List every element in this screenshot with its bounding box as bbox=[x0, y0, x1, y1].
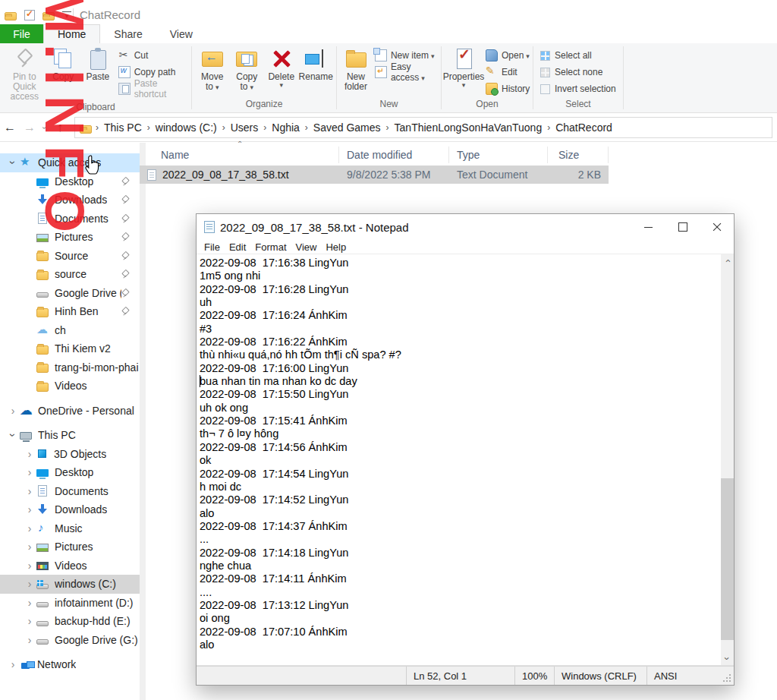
address-bar: ← → ↑ This PCwindows (C:)UsersNghiaSaved… bbox=[0, 114, 777, 142]
breadcrumb-segment-tanthienlongsonhavantuong[interactable]: TanThienLongSonHaVanTuong bbox=[392, 121, 546, 134]
folder-icon bbox=[36, 271, 49, 280]
chevron-right-icon[interactable] bbox=[23, 634, 36, 646]
menu-view[interactable]: View bbox=[291, 241, 322, 253]
chevron-down-icon[interactable] bbox=[6, 429, 20, 441]
breadcrumb-segment-chatrecord[interactable]: ChatRecord bbox=[552, 121, 615, 134]
menu-edit[interactable]: Edit bbox=[225, 241, 250, 253]
chevron-right-icon[interactable] bbox=[23, 541, 36, 553]
sidebar-item-network[interactable]: Network bbox=[0, 655, 140, 674]
column-header-name[interactable]: Name bbox=[140, 147, 339, 163]
invert-selection-button[interactable]: Invert selection bbox=[536, 80, 619, 97]
chevron-right-icon[interactable] bbox=[23, 466, 36, 478]
menu-file[interactable]: File bbox=[200, 241, 225, 253]
open-button[interactable]: Open bbox=[483, 47, 533, 64]
chevron-right-icon[interactable] bbox=[23, 522, 36, 534]
minimize-button[interactable] bbox=[631, 214, 665, 240]
paste-shortcut-button[interactable]: Paste shortcut bbox=[115, 80, 188, 97]
sidebar-item-this-pc[interactable]: This PC bbox=[0, 426, 140, 445]
scrollbar-thumb[interactable] bbox=[721, 478, 734, 640]
breadcrumb-segment-users[interactable]: Users bbox=[228, 121, 262, 134]
breadcrumb-segment-this-pc[interactable]: This PC bbox=[101, 121, 145, 134]
sidebar-item-infotainment-d[interactable]: infotainment (D:) bbox=[0, 594, 140, 613]
sidebar-item-label: Pictures bbox=[55, 541, 93, 553]
maximize-button[interactable] bbox=[665, 214, 700, 240]
sidebar-item-trang-bi-mon-phai[interactable]: trang-bi-mon-phai bbox=[0, 358, 140, 377]
notepad-text-line: 2022-09-08 17:14:18 LingYun bbox=[200, 547, 719, 560]
menu-format[interactable]: Format bbox=[250, 241, 291, 253]
chevron-right-icon[interactable] bbox=[23, 615, 36, 627]
edit-button[interactable]: Edit bbox=[483, 64, 533, 80]
close-button[interactable] bbox=[700, 214, 734, 240]
sidebar-item-label: Desktop bbox=[55, 466, 93, 478]
move-to-button[interactable]: Move to bbox=[195, 46, 230, 93]
notepad-scrollbar[interactable] bbox=[721, 254, 734, 665]
sidebar-item-hinh-ben[interactable]: Hinh Ben bbox=[0, 302, 140, 321]
table-row[interactable]: 2022_09_08_17_38_58.txt9/8/2022 5:38 PMT… bbox=[140, 166, 609, 184]
column-header-date-modified[interactable]: Date modified bbox=[339, 147, 449, 163]
back-button[interactable]: ← bbox=[0, 121, 20, 134]
delete-button[interactable]: Delete bbox=[264, 46, 299, 88]
sidebar-item-google-drive-g[interactable]: Google Drive (G:) bbox=[0, 284, 140, 303]
notepad-text-area[interactable]: 2022-09-08 17:16:38 LingYun1m5 ong nhi20… bbox=[197, 254, 721, 665]
ribbon-group-organize: Move to Copy to Delete Rename bbox=[192, 43, 336, 112]
explorer-title-bar[interactable]: ChatRecord bbox=[0, 5, 777, 24]
cut-button[interactable]: Cut bbox=[115, 47, 188, 64]
chevron-right-icon[interactable] bbox=[23, 578, 36, 590]
objects3d-icon bbox=[38, 449, 46, 458]
sidebar-item-videos[interactable]: Videos bbox=[0, 557, 140, 575]
notepad-text-line: 2022-09-08 17:15:41 ÁnhKim bbox=[200, 415, 719, 427]
sidebar-item-downloads[interactable]: Downloads bbox=[0, 500, 140, 519]
properties-button[interactable]: Properties bbox=[445, 46, 483, 88]
breadcrumb-separator bbox=[261, 122, 269, 133]
sidebar-item-source[interactable]: source bbox=[0, 265, 140, 284]
easy-access-button[interactable]: Easy access bbox=[372, 64, 438, 80]
notepad-text-line: 1m5 ong nhi bbox=[200, 270, 719, 282]
breadcrumb[interactable]: This PCwindows (C:)UsersNghiaSaved Games… bbox=[74, 117, 772, 138]
menu-help[interactable]: Help bbox=[321, 241, 351, 253]
breadcrumb-segment-nghia[interactable]: Nghia bbox=[269, 121, 303, 134]
chevron-down-icon[interactable] bbox=[6, 156, 20, 169]
pin-icon bbox=[121, 177, 129, 186]
ribbon: Pin to Quick access Copy Paste Cut bbox=[0, 43, 777, 113]
sidebar-item-ch[interactable]: ch bbox=[0, 321, 140, 340]
chevron-right-icon[interactable] bbox=[23, 448, 36, 460]
new-folder-button[interactable]: New folder bbox=[340, 46, 372, 92]
sidebar-item-music[interactable]: Music bbox=[0, 519, 140, 538]
sidebar-item-windows-c[interactable]: windows (C:) bbox=[0, 575, 140, 594]
tab-view[interactable]: View bbox=[156, 24, 206, 43]
rename-icon bbox=[304, 47, 327, 70]
breadcrumb-segment-saved-games[interactable]: Saved Games bbox=[310, 121, 384, 134]
sidebar-item-desktop[interactable]: Desktop bbox=[0, 463, 140, 482]
breadcrumb-segments: This PCwindows (C:)UsersNghiaSaved Games… bbox=[101, 121, 615, 134]
file-rows: 2022_09_08_17_38_58.txt9/8/2022 5:38 PMT… bbox=[140, 166, 777, 184]
scroll-up-icon[interactable] bbox=[721, 254, 734, 267]
sidebar-item-onedrive-personal[interactable]: OneDrive - Personal bbox=[0, 402, 140, 421]
sidebar-item-source[interactable]: Source bbox=[0, 247, 140, 266]
chevron-right-icon[interactable] bbox=[6, 405, 20, 417]
sidebar-item-3d-objects[interactable]: 3D Objects bbox=[0, 445, 140, 464]
notepad-text-line: #3 bbox=[200, 323, 719, 336]
scroll-down-icon[interactable] bbox=[721, 652, 734, 665]
chevron-right-icon[interactable] bbox=[23, 485, 36, 497]
tab-share[interactable]: Share bbox=[100, 24, 156, 43]
sidebar-item-backup-hdd-e[interactable]: backup-hdd (E:) bbox=[0, 612, 140, 631]
sidebar-item-thi-kiem-v2[interactable]: Thi Kiem v2 bbox=[0, 339, 140, 358]
notepad-body: 2022-09-08 17:16:38 LingYun1m5 ong nhi20… bbox=[197, 254, 734, 666]
sidebar-item-videos[interactable]: Videos bbox=[0, 377, 140, 396]
sidebar-item-google-drive-g[interactable]: Google Drive (G:) bbox=[0, 631, 140, 650]
sidebar-item-pictures[interactable]: Pictures bbox=[0, 538, 140, 557]
select-none-button[interactable]: Select none bbox=[536, 64, 619, 80]
chevron-right-icon[interactable] bbox=[6, 658, 20, 670]
breadcrumb-segment-windows-c[interactable]: windows (C:) bbox=[153, 121, 220, 134]
chevron-right-icon[interactable] bbox=[23, 560, 36, 572]
history-button[interactable]: History bbox=[483, 80, 533, 97]
sidebar-item-documents[interactable]: Documents bbox=[0, 482, 140, 501]
notepad-title-bar[interactable]: 2022_09_08_17_38_58.txt - Notepad bbox=[197, 214, 734, 240]
chevron-right-icon[interactable] bbox=[23, 597, 36, 609]
column-header-type[interactable]: Type bbox=[449, 147, 548, 163]
column-header-size[interactable]: Size bbox=[548, 147, 609, 163]
copy-to-button[interactable]: Copy to bbox=[230, 46, 265, 93]
rename-button[interactable]: Rename bbox=[299, 46, 334, 82]
select-all-button[interactable]: Select all bbox=[536, 47, 619, 64]
chevron-right-icon[interactable] bbox=[23, 503, 36, 516]
